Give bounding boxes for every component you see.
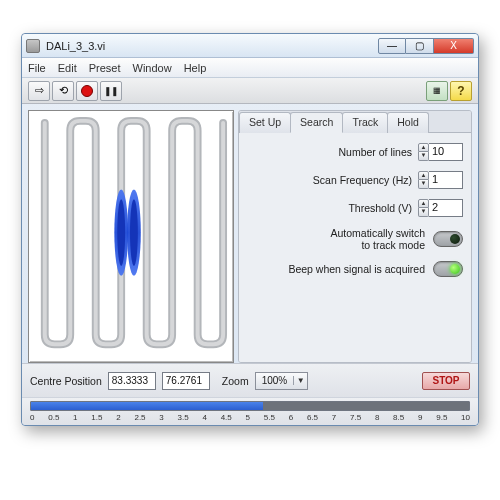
tick-label: 3.5 [178,413,189,422]
tick-label: 1 [73,413,77,422]
tick-label: 8.5 [393,413,404,422]
tick-label: 3 [159,413,163,422]
help-button[interactable]: ? [450,81,472,101]
tick-label: 8 [375,413,379,422]
minimize-button[interactable]: — [378,38,406,54]
auto-track-toggle[interactable] [433,231,463,247]
scale-bar: 00.511.522.533.544.555.566.577.588.599.5… [22,397,478,425]
spin-up-icon[interactable]: ▲ [418,199,429,208]
pause-button[interactable] [100,81,122,101]
tab-hold[interactable]: Hold [387,112,429,133]
tick-label: 5.5 [264,413,275,422]
tick-label: 9 [418,413,422,422]
settings-panel: Set Up Search Track Hold Number of lines… [238,110,472,363]
lines-spinner[interactable]: ▲▼ 10 [418,143,463,161]
tick-label: 10 [461,413,470,422]
lines-value[interactable]: 10 [429,143,463,161]
centre-position-label: Centre Position [30,375,102,387]
status-bar: Centre Position 83.3333 76.2761 Zoom 100… [22,363,478,397]
menu-preset[interactable]: Preset [89,62,121,74]
spin-up-icon[interactable]: ▲ [418,143,429,152]
tab-strip: Set Up Search Track Hold [239,111,471,133]
close-button[interactable]: X [434,38,474,54]
tick-label: 4.5 [221,413,232,422]
spin-down-icon[interactable]: ▼ [418,180,429,189]
beep-toggle[interactable] [433,261,463,277]
auto-track-label: Automatically switch to track mode [330,227,425,251]
maximize-button[interactable]: ▢ [406,38,434,54]
tick-label: 2 [116,413,120,422]
app-window: DALi_3_3.vi — ▢ X File Edit Preset Windo… [21,33,479,426]
tick-label: 7 [332,413,336,422]
progress-remain [263,402,469,410]
tick-label: 9.5 [436,413,447,422]
progress-fill [31,402,263,410]
app-icon [26,39,40,53]
tab-track[interactable]: Track [342,112,388,133]
lines-label: Number of lines [338,146,412,158]
tab-setup[interactable]: Set Up [239,112,291,133]
record-button[interactable] [76,81,98,101]
tick-label: 0 [30,413,34,422]
menu-window[interactable]: Window [133,62,172,74]
tick-label: 4 [202,413,206,422]
svg-point-2 [117,199,125,266]
tab-search[interactable]: Search [290,112,343,133]
zoom-label: Zoom [222,375,249,387]
spin-down-icon[interactable]: ▼ [418,208,429,217]
tick-label: 2.5 [134,413,145,422]
zoom-selector[interactable]: 100% ▼ [255,372,309,390]
window-title: DALi_3_3.vi [46,40,378,52]
chevron-down-icon[interactable]: ▼ [293,376,307,385]
run-continuous-button[interactable]: ⟲ [52,81,74,101]
zoom-value: 100% [256,375,294,386]
vi-icon[interactable]: ▦ [426,81,448,101]
tick-label: 6.5 [307,413,318,422]
freq-spinner[interactable]: ▲▼ 1 [418,171,463,189]
serpentine-path-icon [33,115,229,350]
stop-button[interactable]: STOP [422,372,470,390]
scale-ticks: 00.511.522.533.544.555.566.577.588.599.5… [30,411,470,422]
scan-plot [28,110,234,363]
spin-up-icon[interactable]: ▲ [418,171,429,180]
progress-track[interactable] [30,401,470,411]
thresh-value[interactable]: 2 [429,199,463,217]
thresh-spinner[interactable]: ▲▼ 2 [418,199,463,217]
menu-help[interactable]: Help [184,62,207,74]
centre-x-readout: 83.3333 [108,372,156,390]
title-bar[interactable]: DALi_3_3.vi — ▢ X [22,34,478,58]
tick-label: 6 [289,413,293,422]
tick-label: 5 [246,413,250,422]
menu-edit[interactable]: Edit [58,62,77,74]
run-button[interactable]: ⇨ [28,81,50,101]
freq-label: Scan Frequency (Hz) [313,174,412,186]
svg-point-3 [130,199,138,266]
thresh-label: Threshold (V) [348,202,412,214]
beep-label: Beep when signal is acquired [288,263,425,275]
tick-label: 1.5 [91,413,102,422]
spin-down-icon[interactable]: ▼ [418,152,429,161]
menu-bar: File Edit Preset Window Help [22,58,478,78]
centre-y-readout: 76.2761 [162,372,210,390]
toolbar: ⇨ ⟲ ▦ ? [22,78,478,104]
freq-value[interactable]: 1 [429,171,463,189]
tick-label: 7.5 [350,413,361,422]
tick-label: 0.5 [48,413,59,422]
menu-file[interactable]: File [28,62,46,74]
